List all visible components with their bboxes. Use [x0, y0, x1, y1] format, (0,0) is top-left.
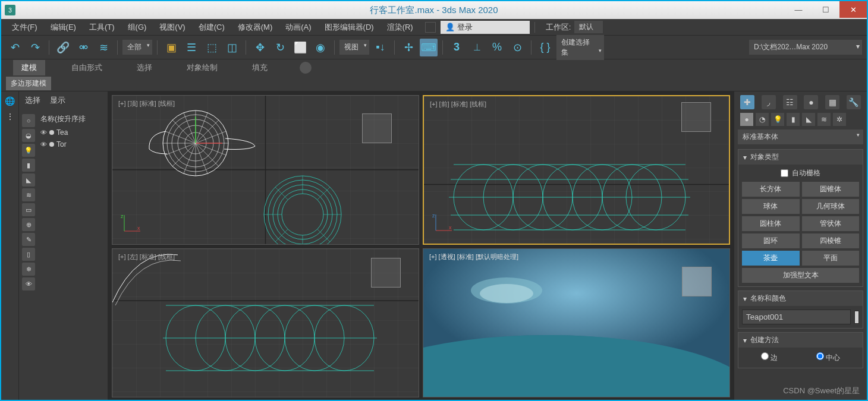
tab-create[interactable]: ✚: [740, 95, 754, 109]
object-name-input[interactable]: [742, 310, 851, 324]
autogrid-checkbox[interactable]: [781, 169, 788, 177]
workspace-selector[interactable]: 工作区: 默认: [546, 21, 603, 33]
viewport-front[interactable]: [+] [前] [标准] [线框] xz: [423, 95, 730, 245]
rotate-button[interactable]: ↻: [271, 39, 289, 56]
category-dropdown[interactable]: 标准基本体: [738, 130, 863, 144]
filter-geometry-icon[interactable]: ○: [22, 114, 35, 127]
filter-frozen-icon[interactable]: ❄: [22, 263, 35, 276]
freeze-icon[interactable]: [49, 130, 54, 135]
undo-button[interactable]: ↶: [6, 39, 24, 56]
rollout-header[interactable]: ▾ 创建方法: [738, 333, 863, 348]
use-center-button[interactable]: ▪↓: [372, 39, 389, 56]
angle-snap-button[interactable]: ⟂: [468, 39, 486, 56]
workspace-dropdown[interactable]: 默认: [574, 21, 603, 33]
obj-tube[interactable]: 管状体: [802, 216, 860, 231]
filter-helpers-icon[interactable]: ◣: [22, 173, 35, 187]
named-selection-dropdown[interactable]: 创建选择集: [556, 35, 604, 60]
ribbon-tab-populate[interactable]: 填充: [244, 60, 276, 75]
project-path-dropdown[interactable]: D:\文档202…Max 2020: [749, 40, 862, 55]
strip-world-icon[interactable]: 🌐: [3, 94, 17, 108]
filter-spacewarps-icon[interactable]: ≋: [22, 188, 35, 201]
menu-views[interactable]: 视图(V): [153, 20, 191, 34]
radio-center[interactable]: 中心: [816, 352, 840, 363]
filter-xrefs-icon[interactable]: ⊕: [22, 218, 35, 231]
subtab-lights[interactable]: 💡: [771, 113, 784, 126]
obj-torus[interactable]: 圆环: [742, 233, 800, 248]
menu-group[interactable]: 组(G): [122, 20, 153, 34]
ref-coord-dropdown[interactable]: 视图: [339, 40, 369, 55]
placement-button[interactable]: ◉: [312, 39, 329, 56]
link-button[interactable]: 🔗: [54, 39, 72, 56]
scene-item-teapot[interactable]: 👁 Tea: [38, 127, 108, 138]
tab-utilities[interactable]: 🔧: [847, 95, 861, 109]
menu-rendering[interactable]: 渲染(R): [381, 20, 419, 34]
move-button[interactable]: ✥: [251, 39, 269, 56]
freeze-icon[interactable]: [49, 142, 54, 147]
filter-cameras-icon[interactable]: ▮: [22, 159, 35, 172]
visibility-icon[interactable]: 👁: [40, 129, 47, 136]
obj-sphere[interactable]: 球体: [742, 199, 800, 214]
viewcube[interactable]: [682, 267, 712, 296]
viewport-perspective[interactable]: [+] [透视] [标准] [默认明暗处理]: [423, 248, 730, 398]
scene-tree-header[interactable]: 名称(按升序排: [38, 112, 108, 127]
viewport-label[interactable]: [+] [顶] [标准] [线框]: [118, 99, 175, 108]
signin-button[interactable]: 👤 登录: [441, 21, 530, 34]
visibility-icon[interactable]: 👁: [40, 141, 47, 148]
select-by-name-button[interactable]: ☰: [183, 39, 200, 56]
menu-edit[interactable]: 编辑(E): [45, 20, 82, 34]
menu-modifiers[interactable]: 修改器(M): [232, 20, 279, 34]
subtab-shapes[interactable]: ◔: [756, 113, 769, 126]
filter-hidden-icon[interactable]: 👁: [22, 277, 35, 291]
snap-toggle-button[interactable]: 3: [448, 39, 466, 56]
obj-geosphere[interactable]: 几何球体: [802, 199, 860, 214]
unlink-button[interactable]: ⚮: [74, 39, 92, 56]
obj-teapot[interactable]: 茶壶: [742, 251, 800, 266]
subtab-geometry[interactable]: ●: [740, 113, 753, 126]
filter-groups-icon[interactable]: ▭: [22, 203, 35, 216]
scene-tab-display[interactable]: 显示: [50, 95, 65, 106]
scale-button[interactable]: ⬜: [291, 39, 309, 56]
percent-snap-button[interactable]: %: [488, 39, 506, 56]
rollout-header[interactable]: ▾ 名称和颜色: [738, 291, 863, 306]
polygon-modeling-button[interactable]: 多边形建模: [6, 77, 51, 90]
filter-containers-icon[interactable]: ▯: [22, 248, 35, 261]
minimize-button[interactable]: —: [785, 1, 812, 18]
viewcube[interactable]: [681, 102, 711, 132]
viewport-top[interactable]: [+] [顶] [标准] [线框]: [112, 95, 419, 245]
viewport-left[interactable]: [+] [左] [标准] [线框]: [112, 248, 419, 398]
manipulate-button[interactable]: ✢: [400, 39, 417, 56]
menu-animation[interactable]: 动画(A): [279, 20, 317, 34]
tab-hierarchy[interactable]: ☷: [783, 95, 797, 109]
ribbon-extra-icon[interactable]: [300, 62, 312, 74]
viewcube[interactable]: [362, 113, 392, 143]
close-button[interactable]: ✕: [839, 1, 867, 18]
subtab-spacewarps[interactable]: ≋: [817, 113, 831, 126]
filter-bones-icon[interactable]: ✎: [22, 233, 35, 246]
tab-display[interactable]: ▦: [825, 95, 839, 109]
viewport-label[interactable]: [+] [左] [标准] [线框]: [118, 252, 175, 261]
ribbon-tab-selection[interactable]: 选择: [128, 60, 161, 75]
tab-motion[interactable]: ●: [804, 95, 818, 109]
obj-pyramid[interactable]: 四棱锥: [802, 233, 860, 248]
maximize-button[interactable]: ☐: [812, 1, 839, 18]
subtab-helpers[interactable]: ◣: [802, 113, 815, 126]
named-selection-button[interactable]: { }: [536, 39, 554, 56]
chevron-icon[interactable]: [425, 22, 436, 33]
obj-textplus[interactable]: 加强型文本: [742, 268, 859, 283]
scene-item-torus[interactable]: 👁 Tor: [38, 138, 108, 150]
filter-shapes-icon[interactable]: ◒: [22, 129, 35, 142]
window-crossing-button[interactable]: ◫: [223, 39, 241, 56]
rollout-header[interactable]: ▾ 对象类型: [738, 150, 863, 165]
radio-edge[interactable]: 边: [761, 352, 778, 363]
obj-cylinder[interactable]: 圆柱体: [742, 216, 800, 231]
subtab-cameras[interactable]: ▮: [787, 113, 800, 126]
color-swatch[interactable]: [854, 311, 859, 324]
ribbon-tab-objectpaint[interactable]: 对象绘制: [178, 60, 226, 75]
viewport-label[interactable]: [+] [前] [标准] [线框]: [430, 100, 486, 109]
viewport-label[interactable]: [+] [透视] [标准] [默认明暗处理]: [429, 252, 518, 261]
bind-button[interactable]: ≋: [95, 39, 112, 56]
obj-box[interactable]: 长方体: [742, 182, 800, 197]
menu-tools[interactable]: 工具(T): [83, 20, 121, 34]
tab-modify[interactable]: ◞: [762, 95, 776, 109]
ribbon-tab-modeling[interactable]: 建模: [13, 60, 45, 75]
